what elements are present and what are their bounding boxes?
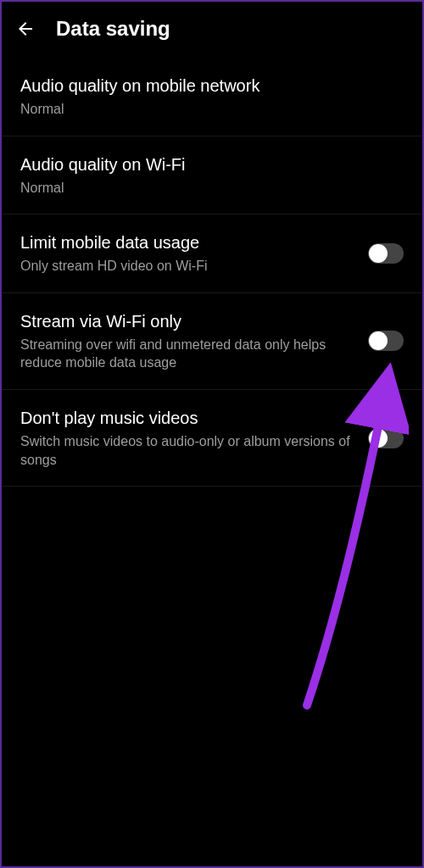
setting-subtitle: Switch music videos to audio-only or alb…: [20, 432, 354, 469]
setting-title: Stream via Wi-Fi only: [20, 310, 354, 332]
toggle-limit-mobile-data[interactable]: [368, 243, 404, 264]
setting-text: Stream via Wi-Fi only Streaming over wif…: [20, 310, 354, 372]
setting-text: Don't play music videos Switch music vid…: [20, 407, 354, 469]
setting-audio-mobile[interactable]: Audio quality on mobile network Normal: [2, 58, 422, 136]
page-title: Data saving: [56, 17, 170, 41]
back-icon[interactable]: [15, 19, 36, 39]
toggle-dont-play-videos[interactable]: [368, 428, 404, 448]
setting-limit-mobile-data[interactable]: Limit mobile data usage Only stream HD v…: [2, 214, 422, 293]
setting-subtitle: Normal: [20, 100, 404, 119]
setting-stream-wifi-only[interactable]: Stream via Wi-Fi only Streaming over wif…: [2, 293, 422, 390]
toggle-thumb: [369, 244, 388, 263]
setting-title: Audio quality on mobile network: [20, 75, 404, 97]
toggle-stream-wifi-only[interactable]: [368, 331, 404, 351]
settings-list: Audio quality on mobile network Normal A…: [2, 58, 422, 487]
setting-subtitle: Only stream HD video on Wi-Fi: [20, 257, 354, 275]
setting-title: Audio quality on Wi-Fi: [20, 153, 404, 175]
setting-audio-wifi[interactable]: Audio quality on Wi-Fi Normal: [2, 136, 422, 215]
setting-title: Limit mobile data usage: [20, 231, 354, 253]
header: Data saving: [2, 2, 422, 58]
setting-title: Don't play music videos: [20, 407, 354, 429]
setting-dont-play-videos[interactable]: Don't play music videos Switch music vid…: [2, 390, 422, 487]
setting-text: Audio quality on Wi-Fi Normal: [20, 153, 404, 198]
setting-subtitle: Normal: [20, 179, 404, 198]
setting-text: Audio quality on mobile network Normal: [20, 75, 404, 119]
setting-subtitle: Streaming over wifi and unmetered data o…: [20, 336, 354, 372]
setting-text: Limit mobile data usage Only stream HD v…: [20, 231, 354, 275]
toggle-thumb: [369, 331, 388, 350]
toggle-thumb: [369, 429, 388, 448]
